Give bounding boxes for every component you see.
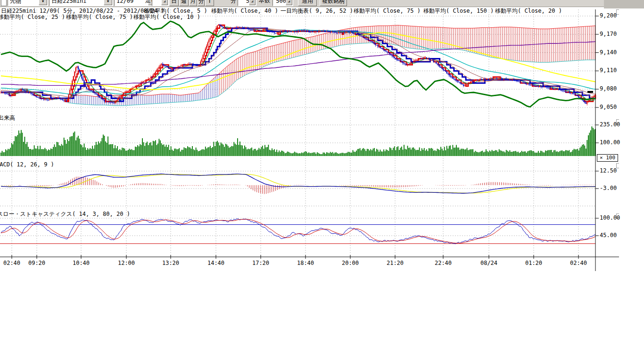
time-axis-label: 08/24 — [480, 260, 497, 266]
toolbar: 先物 ▼ 日経225mini ▼ 12/09 ▼ 足 ◢ 日 週 月 分 T 分… — [0, 0, 604, 7]
time-axis-label: 22:40 — [435, 260, 452, 266]
axis-tick-label: 9,080 — [600, 85, 617, 92]
axis-tick-label: 9,170 — [600, 31, 617, 37]
time-axis-label: 09:20 — [28, 260, 45, 266]
indicator-legend: 移動平均( Close, 40 ) — [211, 7, 278, 15]
indicator-legend: 移動平均( Close, 20 ) — [495, 7, 562, 15]
apply-button[interactable]: 適用 — [298, 0, 317, 6]
axis-tick-label: 100.00 — [600, 214, 620, 221]
time-axis-label: 20:00 — [342, 260, 359, 266]
bars-label: 本数 — [259, 0, 270, 6]
time-axis-label: 01:20 — [525, 260, 542, 266]
ashi-label: 足 — [145, 0, 151, 6]
spinner-icon[interactable]: ◢ — [286, 0, 292, 5]
axis-tick-label: 12.50 — [600, 167, 617, 174]
time-axis-label: 12:00 — [118, 260, 135, 266]
time-axis-label: 13:20 — [162, 260, 179, 266]
contract-dropdown[interactable]: 12/09 ▼ — [114, 0, 157, 6]
axis-tick-label: 9,050 — [600, 104, 617, 110]
ashi-input[interactable]: ◢ — [152, 0, 169, 6]
period-tick-button[interactable]: T — [205, 0, 214, 6]
indicator-legend: 移動平均( Close, 150 ) — [423, 7, 494, 15]
symbol-type-value: 先物 — [10, 0, 21, 4]
axis-tick-label: -3.00 — [600, 185, 617, 191]
axis-tick-label: 45.00 — [600, 232, 617, 239]
period-week-button[interactable]: 週 — [179, 0, 189, 6]
period-minute-button[interactable]: 分 — [198, 0, 205, 6]
chart-canvas — [0, 0, 644, 362]
axis-tick-label: 9,200 — [600, 12, 617, 19]
minute-label: 分 — [231, 0, 236, 6]
symbol-type-dropdown[interactable]: 先物 ▼ — [8, 0, 48, 6]
symbol-value: 日経225mini — [51, 0, 87, 4]
time-axis-label: 02:40 — [570, 260, 587, 266]
volume-multiplier-badge: × 100 — [597, 154, 618, 162]
app-icon — [1, 0, 7, 6]
symbol-dropdown[interactable]: 日経225mini ▼ — [49, 0, 113, 6]
axis-tick-label: 9,110 — [600, 67, 617, 74]
chevron-down-icon[interactable]: ▼ — [39, 0, 47, 5]
macd-panel-label: MACD( 12, 26, 9 ) — [0, 161, 54, 168]
indicator-legend: 移動平均( Close, 75 ) — [354, 7, 421, 15]
time-axis-label: 17:20 — [252, 260, 269, 266]
bars-input[interactable]: 500 ◢ — [272, 0, 293, 6]
period-month-button[interactable]: 月 — [189, 0, 197, 6]
minute-input[interactable]: 5 ◢ — [238, 0, 256, 6]
period-day-button[interactable]: 日 — [169, 0, 179, 6]
indicator-legend: 移動平均( Close, 10 ) — [133, 13, 200, 21]
time-axis-label: 10:40 — [73, 260, 90, 266]
time-axis-label: 02:40 — [3, 260, 20, 266]
multi-symbol-button[interactable]: 複数銘柄 — [320, 0, 347, 6]
stochastics-panel-label: スロー・ストキャスティクス( 14, 3, 80, 20 ) — [0, 210, 130, 218]
chart-application-window: 先物 ▼ 日経225mini ▼ 12/09 ▼ 足 ◢ 日 週 月 分 T 分… — [0, 0, 644, 362]
axis-tick-label: 235.00 — [600, 121, 620, 128]
time-axis-label: 14:40 — [207, 260, 224, 266]
spinner-icon[interactable]: ◢ — [249, 0, 256, 5]
chevron-down-icon[interactable]: ▼ — [104, 0, 112, 5]
volume-panel-label: 出来高 — [0, 114, 15, 122]
time-axis-label: 21:20 — [387, 260, 404, 266]
axis-tick-label: 9,140 — [600, 49, 617, 56]
spinner-icon[interactable]: ◢ — [161, 0, 168, 5]
axis-tick-label: 100.00 — [600, 139, 620, 146]
contract-value: 12/09 — [116, 0, 133, 4]
indicator-legend: 移動平均( Close, 25 ) — [0, 13, 65, 21]
indicator-legend: 一目均衡表( 9, 26, 52 ) — [281, 7, 353, 15]
time-axis-label: 18:40 — [297, 260, 314, 266]
indicator-legend: 移動平均( Close, 75 ) — [66, 13, 133, 21]
